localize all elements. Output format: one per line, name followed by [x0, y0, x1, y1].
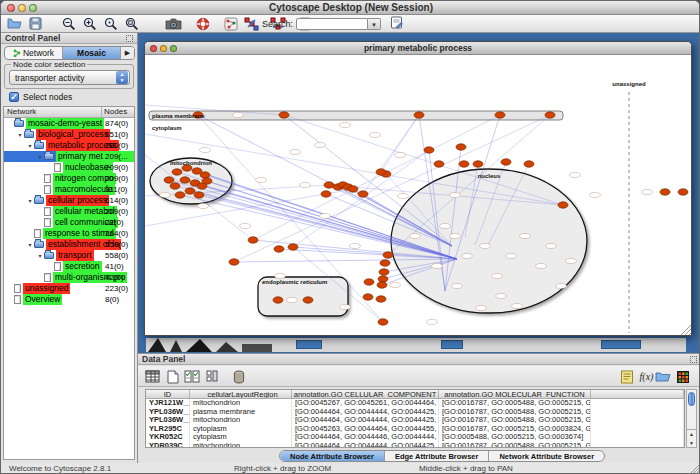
scrollbar-thumb[interactable]	[688, 392, 695, 406]
expand-arrow-icon[interactable]: ▾	[36, 153, 44, 160]
view-resize-grip[interactable]	[689, 333, 691, 335]
network-node[interactable]	[170, 183, 180, 189]
tree-column-network[interactable]: Network	[4, 107, 101, 117]
network-tree-row[interactable]: Overview8(0)	[4, 294, 134, 305]
table-row[interactable]: YLR295Ccytoplasm[GO:0045263, GO:0044464,…	[146, 425, 684, 434]
help-icon[interactable]	[196, 16, 210, 31]
tree-column-nodes[interactable]: Nodes	[101, 107, 134, 117]
network-tree-row[interactable]: ▾establishment of lo558(0)	[4, 239, 134, 250]
network-node[interactable]	[376, 169, 386, 175]
network-tree-row[interactable]: ▾primary metabo209(...	[4, 151, 134, 162]
network-tree-row[interactable]: ▾cellular process614(0)	[4, 195, 134, 206]
network-node[interactable]	[473, 161, 483, 167]
network-tree-row[interactable]: cell communicat22(0)	[4, 217, 134, 228]
network-node[interactable]	[495, 112, 505, 118]
column-icon[interactable]	[203, 368, 220, 385]
network-node[interactable]	[348, 186, 358, 192]
network-node[interactable]	[229, 259, 239, 265]
network-node[interactable]	[501, 159, 511, 165]
network-node[interactable]	[364, 279, 374, 285]
network-node[interactable]	[363, 294, 373, 300]
network-node[interactable]	[524, 161, 534, 167]
table-row[interactable]: YDR039C__1mitochondrion[GO:0044464, GO:0…	[146, 442, 684, 448]
function-icon[interactable]: f(x)	[638, 368, 655, 385]
network-node[interactable]	[380, 260, 390, 266]
network-tree-row[interactable]: macromolecule311(0)	[4, 184, 134, 195]
network-node[interactable]	[273, 297, 283, 303]
select-nodes-checkbox[interactable]: ✓	[9, 92, 19, 102]
search-dropdown-button[interactable]: ▼	[368, 18, 381, 30]
network-tree-row[interactable]: ▾metabolic process280(0)	[4, 140, 134, 151]
network-node[interactable]	[202, 178, 212, 184]
network-node[interactable]	[172, 169, 182, 175]
network-node[interactable]	[378, 319, 388, 325]
window-titlebar[interactable]: Cytoscape Desktop (New Session)	[1, 1, 700, 15]
network-node[interactable]	[279, 112, 289, 118]
open-file-icon[interactable]	[7, 16, 22, 31]
resize-grip-icon[interactable]	[689, 463, 700, 474]
table-row[interactable]: YPL036W__1mitochondrion[GO:0044464, GO:0…	[146, 416, 684, 425]
table-row[interactable]: YJR121W__1mitochondrion[GO:0045267, GO:0…	[146, 399, 684, 408]
network-node[interactable]	[545, 112, 555, 118]
network-tree-row[interactable]: nucleobase-209(0)	[4, 162, 134, 173]
tab-network[interactable]: Network	[5, 47, 63, 59]
network-node[interactable]	[378, 276, 388, 282]
zoom-selected-icon[interactable]	[104, 16, 118, 31]
network-tree-row[interactable]: multi-organism pro42(0)	[4, 272, 134, 283]
network-node[interactable]	[303, 297, 313, 303]
tabs-overflow-button[interactable]: ▶	[121, 47, 134, 59]
plugin-network-icon-1[interactable]	[224, 16, 238, 31]
zoom-fit-icon[interactable]	[125, 16, 139, 31]
network-node[interactable]	[660, 189, 670, 195]
new-attribute-icon[interactable]	[164, 368, 181, 385]
save-session-icon[interactable]	[29, 16, 42, 31]
network-node[interactable]	[456, 144, 466, 150]
table-column-header[interactable]: ID	[146, 390, 190, 398]
select-attributes-icon[interactable]	[183, 368, 200, 385]
network-node[interactable]	[558, 202, 568, 208]
region-nucleus[interactable]	[391, 169, 587, 313]
network-view-window[interactable]: primary metabolic process plasma membran…	[144, 41, 692, 336]
network-canvas[interactable]: plasma membranecytoplasmmitochondrionnuc…	[145, 55, 691, 337]
expand-arrow-icon[interactable]: ▾	[36, 252, 44, 259]
network-node[interactable]	[175, 192, 185, 198]
table-column-header[interactable]: annotation.GO CELLULAR_COMPONENT	[292, 390, 439, 398]
float-panel-icon[interactable]	[126, 35, 133, 42]
table-scrollbar[interactable]: ▲▼	[686, 389, 697, 448]
delete-attribute-icon[interactable]	[230, 368, 247, 385]
network-node[interactable]	[200, 172, 210, 178]
network-node[interactable]	[185, 188, 195, 194]
network-tree-row[interactable]: mosaic-demo-yeast874(0)	[4, 118, 134, 129]
zoom-out-icon[interactable]	[62, 16, 76, 31]
network-tree-row[interactable]: cellular metabol209(0)	[4, 206, 134, 217]
node-color-combobox[interactable]: transporter activity ▲▼	[9, 70, 130, 85]
snapshot-icon[interactable]	[165, 16, 182, 31]
network-node[interactable]	[164, 177, 174, 183]
matrix-icon[interactable]	[674, 368, 691, 385]
network-view-titlebar[interactable]: primary metabolic process	[145, 42, 691, 55]
network-node[interactable]	[321, 191, 331, 197]
expand-arrow-icon[interactable]: ▾	[26, 241, 34, 248]
network-node[interactable]	[248, 237, 258, 243]
network-tree-row[interactable]: ▾biological_process651(0)	[4, 129, 134, 140]
network-tree-row[interactable]: response to stimul264(0)	[4, 228, 134, 239]
network-node[interactable]	[459, 161, 469, 167]
table-row[interactable]: YPL036W__2plasma membrane[GO:0044464, GO…	[146, 408, 684, 417]
table-column-header[interactable]: _cellularLayoutRegion	[190, 390, 292, 398]
network-node[interactable]	[424, 147, 434, 153]
network-node[interactable]	[194, 192, 204, 198]
float-panel-icon[interactable]	[690, 356, 697, 363]
search-options-icon[interactable]	[390, 15, 403, 33]
search-input[interactable]	[296, 18, 368, 30]
expand-arrow-icon[interactable]: ▾	[26, 142, 34, 149]
network-tree-row[interactable]: nitrogen compo209(0)	[4, 173, 134, 184]
network-node[interactable]	[358, 191, 368, 197]
import-table-icon[interactable]	[654, 368, 671, 385]
network-node[interactable]	[377, 282, 387, 288]
network-node[interactable]	[434, 161, 444, 167]
network-node[interactable]	[180, 177, 190, 183]
network-node[interactable]	[324, 182, 334, 188]
table-row[interactable]: YKR052Ccytoplasm[GO:0044464, GO:0044446,…	[146, 433, 684, 442]
tab-node-attribute-browser[interactable]: Node Attribute Browser	[280, 451, 385, 461]
network-node[interactable]	[678, 189, 688, 195]
